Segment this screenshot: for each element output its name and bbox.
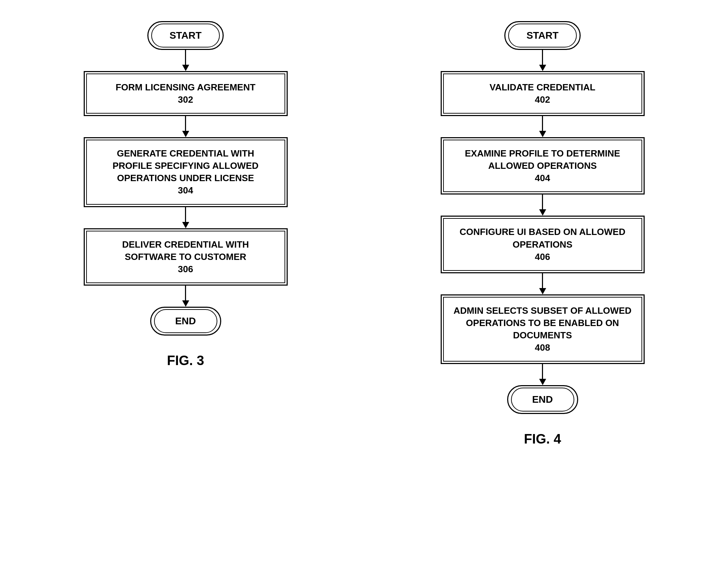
fig3-step306-number: 306 [178,264,193,274]
fig4-step404-text: EXAMINE PROFILE TO DETERMINE ALLOWED OPE… [465,148,620,171]
page: START FORM LICENSING AGREEMENT 302 [0,0,728,580]
fig4-step402-text: VALIDATE CREDENTIAL [490,82,595,93]
arrow-head [182,300,189,307]
fig4-step406-inner: CONFIGURE UI BASED ON ALLOWED OPERATIONS… [443,218,642,270]
fig3-step304-number: 304 [178,185,193,196]
arrow-6 [539,116,546,137]
fig4-end-terminal: END [507,385,578,414]
fig4-step402-box: VALIDATE CREDENTIAL 402 [441,71,645,116]
arrow-head [182,222,189,228]
fig4-flowchart: START VALIDATE CREDENTIAL 402 [441,21,645,414]
arrow-4 [182,286,189,307]
arrow-line [542,273,543,288]
arrow-head [539,379,546,385]
arrow-head [539,65,546,71]
fig4-step404-inner: EXAMINE PROFILE TO DETERMINE ALLOWED OPE… [443,140,642,192]
arrow-line [542,50,543,65]
arrow-head [539,131,546,137]
fig3-step306-inner: DELIVER CREDENTIAL WITH SOFTWARE TO CUST… [86,231,285,283]
fig3-label: FIG. 3 [167,353,204,368]
arrow-head [182,65,189,71]
arrow-head [539,209,546,216]
arrow-5 [539,50,546,71]
arrow-9 [539,364,546,385]
arrow-line [542,116,543,131]
fig3-step304-box: GENERATE CREDENTIAL WITH PROFILE SPECIFY… [84,137,288,207]
arrow-line [542,195,543,209]
arrow-line [542,364,543,379]
fig4-step406-number: 406 [535,251,550,262]
fig3-step304-text: GENERATE CREDENTIAL WITH PROFILE SPECIFY… [113,148,258,183]
fig4-start-label: START [508,24,577,47]
fig4-end-label: END [511,388,574,412]
fig4-step406-box: CONFIGURE UI BASED ON ALLOWED OPERATIONS… [441,216,645,273]
fig4-step402-inner: VALIDATE CREDENTIAL 402 [443,74,642,114]
arrow-7 [539,195,546,216]
fig4-step408-number: 408 [535,342,550,353]
fig4-start-terminal: START [504,21,581,50]
arrow-1 [182,50,189,71]
fig4-step408-text: ADMIN SELECTS SUBSET OF ALLOWED OPERATIO… [453,305,631,340]
arrow-3 [182,207,189,228]
fig4-step406-text: CONFIGURE UI BASED ON ALLOWED OPERATIONS [460,227,625,249]
fig3-end-terminal: END [150,307,221,336]
fig4-step402-number: 402 [535,94,550,105]
fig4-label: FIG. 4 [524,432,561,447]
arrow-line [185,286,186,300]
fig3-diagram: START FORM LICENSING AGREEMENT 302 [28,21,343,368]
fig3-step302-text: FORM LICENSING AGREEMENT [116,82,256,93]
fig4-step408-box: ADMIN SELECTS SUBSET OF ALLOWED OPERATIO… [441,294,645,364]
fig3-end-label: END [154,309,217,333]
fig4-step404-box: EXAMINE PROFILE TO DETERMINE ALLOWED OPE… [441,137,645,195]
fig3-flowchart: START FORM LICENSING AGREEMENT 302 [84,21,288,336]
arrow-head [182,131,189,137]
fig3-step302-number: 302 [178,94,193,105]
arrow-line [185,116,186,131]
fig4-step408-inner: ADMIN SELECTS SUBSET OF ALLOWED OPERATIO… [443,297,642,362]
fig3-step304-inner: GENERATE CREDENTIAL WITH PROFILE SPECIFY… [86,140,285,204]
fig3-step306-text: DELIVER CREDENTIAL WITH SOFTWARE TO CUST… [122,239,249,262]
fig4-diagram: START VALIDATE CREDENTIAL 402 [385,21,700,447]
arrow-8 [539,273,546,294]
fig3-step302-box: FORM LICENSING AGREEMENT 302 [84,71,288,116]
fig3-step302-inner: FORM LICENSING AGREEMENT 302 [86,74,285,114]
fig4-step404-number: 404 [535,173,550,183]
fig3-step306-box: DELIVER CREDENTIAL WITH SOFTWARE TO CUST… [84,228,288,286]
arrow-line [185,207,186,222]
fig3-start-label: START [151,24,220,47]
arrow-2 [182,116,189,137]
arrow-head [539,288,546,294]
arrow-line [185,50,186,65]
fig3-start-terminal: START [147,21,224,50]
